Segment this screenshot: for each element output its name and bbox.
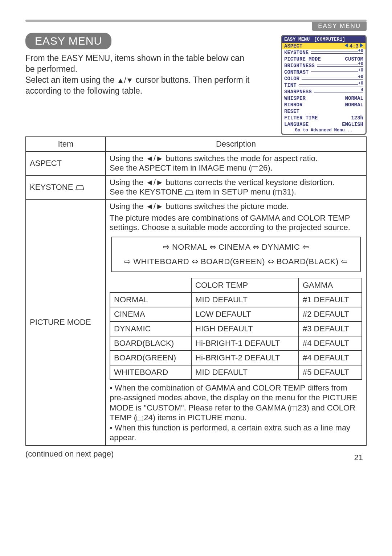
- inner-th: [110, 278, 191, 293]
- osd-row: WHISPERNORMAL: [282, 95, 366, 102]
- inner-td: MID DEFAULT: [191, 293, 299, 307]
- osd-header: EASY MENU [COMPUTER1]: [282, 36, 366, 43]
- osd-row: COLOR+0: [282, 75, 366, 82]
- inner-th: GAMMA: [299, 278, 362, 293]
- inner-td: #2 DEFAULT: [299, 307, 362, 322]
- th-item: Item: [26, 137, 106, 151]
- keystone-icon: [185, 189, 193, 195]
- inner-td: BOARD(BLACK): [110, 336, 191, 351]
- page-number: 21: [354, 453, 363, 462]
- cycle-line1: ⇨ NORMAL ⇔ CINEMA ⇔ DYNAMIC ⇦: [115, 242, 357, 252]
- osd-label: ASPECT: [284, 43, 302, 49]
- inner-td: Hi-BRIGHT-1 DEFAULT: [191, 336, 299, 351]
- osd-row: PICTURE MODECUSTOM: [282, 56, 366, 62]
- osd-label: WHISPER: [284, 95, 306, 101]
- inner-td: #3 DEFAULT: [299, 322, 362, 336]
- osd-value: 123h: [318, 115, 363, 121]
- osd-header-right: [COMPUTER1]: [312, 36, 347, 43]
- osd-preview: EASY MENU [COMPUTER1] ASPECT4:3KEYSTONE+…: [281, 35, 367, 135]
- row-picture-desc: Using the ◄/► buttons switches the pictu…: [106, 199, 366, 445]
- header-tab: EASY MENU: [312, 22, 367, 31]
- intro-line2a: Select an item using the: [25, 75, 117, 85]
- picture-note1: • When the combination of GAMMA and COLO…: [110, 383, 362, 423]
- osd-row: KEYSTONE+0: [282, 49, 366, 56]
- osd-slider: +0: [317, 65, 363, 67]
- picture-p2: The picture modes are combinations of GA…: [110, 213, 362, 232]
- osd-row: SHARPNESS4: [282, 89, 366, 95]
- th-desc: Description: [106, 137, 366, 151]
- osd-header-left: EASY MENU: [282, 36, 312, 43]
- osd-label: CONTRAST: [284, 69, 309, 75]
- up-down-icon: ▲/▼: [117, 76, 133, 84]
- osd-label: RESET: [284, 109, 299, 114]
- inner-td: WHITEBOARD: [110, 365, 191, 380]
- osd-value: ENGLISH: [309, 122, 363, 127]
- inner-td: #4 DEFAULT: [299, 336, 362, 351]
- inner-table: COLOR TEMPGAMMANORMALMID DEFAULT#1 DEFAU…: [110, 278, 362, 380]
- osd-row: BRIGHTNESS+0: [282, 62, 366, 69]
- continued: (continued on next page): [25, 449, 367, 459]
- cycle-line2: ⇨ WHITEBOARD ⇔ BOARD(GREEN) ⇔ BOARD(BLAC…: [115, 257, 357, 266]
- inner-td: #4 DEFAULT: [299, 351, 362, 365]
- intro-line1: From the EASY MENU, items shown in the t…: [25, 53, 244, 74]
- osd-label: SHARPNESS: [284, 89, 312, 95]
- osd-value: 4:3: [302, 43, 363, 49]
- osd-row: TINT+0: [282, 82, 366, 89]
- book-icon: [136, 416, 143, 421]
- osd-row: FILTER TIME123h: [282, 115, 366, 121]
- osd-row: CONTRAST+0: [282, 69, 366, 75]
- osd-slider: +0: [311, 52, 363, 54]
- intro-text: From the EASY MENU, items shown in the t…: [25, 53, 250, 97]
- osd-slider: +0: [299, 84, 363, 86]
- osd-row: LANGUAGEENGLISH: [282, 121, 366, 128]
- inner-td: LOW DEFAULT: [191, 307, 299, 322]
- main-table: Item Description ASPECT Using the ◄/► bu…: [25, 136, 367, 446]
- osd-goto: Go to Advanced Menu...: [282, 128, 366, 134]
- picture-p1: Using the ◄/► buttons switches the pictu…: [110, 202, 362, 211]
- osd-value: NORMAL: [306, 95, 363, 101]
- inner-td: CINEMA: [110, 307, 191, 322]
- osd-label: PICTURE MODE: [284, 56, 321, 62]
- picture-note2: • When this function is performed, a cer…: [110, 423, 362, 443]
- book-icon: [290, 406, 297, 411]
- osd-value: NORMAL: [302, 102, 363, 108]
- keystone-icon: [75, 185, 84, 191]
- row-picture-item: PICTURE MODE: [26, 199, 106, 445]
- inner-td: MID DEFAULT: [191, 365, 299, 380]
- keystone-label: KEYSTONE: [30, 183, 75, 192]
- osd-label: LANGUAGE: [284, 122, 309, 127]
- aspect-d2a: See the ASPECT item in IMAGE menu (: [110, 163, 252, 172]
- aspect-d1: Using the ◄/► buttons switches the mode …: [110, 154, 318, 163]
- keystone-d1: Using the ◄/► buttons corrects the verti…: [110, 178, 335, 187]
- inner-td: NORMAL: [110, 293, 191, 307]
- osd-row: ASPECT4:3: [282, 43, 366, 49]
- osd-row: RESET: [282, 108, 366, 115]
- osd-label: TINT: [284, 82, 297, 88]
- inner-td: Hi-BRIGHT-2 DEFAULT: [191, 351, 299, 365]
- osd-slider: +0: [311, 71, 363, 73]
- row-keystone-desc: Using the ◄/► buttons corrects the verti…: [106, 175, 366, 199]
- inner-td: BOARD(GREEN): [110, 351, 191, 365]
- svg-marker-0: [76, 185, 84, 190]
- section-title: EASY MENU: [25, 33, 111, 49]
- osd-label: MIRROR: [284, 102, 302, 108]
- osd-value: CUSTOM: [321, 56, 363, 62]
- osd-row: MIRRORNORMAL: [282, 102, 366, 108]
- keystone-d2c: 31).: [282, 187, 296, 196]
- keystone-d2b: item in SETUP menu (: [193, 187, 275, 196]
- keystone-d2a: See the KEYSTONE: [110, 187, 185, 196]
- book-icon: [275, 190, 282, 195]
- row-aspect-item: ASPECT: [26, 151, 106, 175]
- book-icon: [252, 166, 258, 171]
- inner-td: DYNAMIC: [110, 322, 191, 336]
- inner-td: HIGH DEFAULT: [191, 322, 299, 336]
- inner-td: #5 DEFAULT: [299, 365, 362, 380]
- inner-td: #1 DEFAULT: [299, 293, 362, 307]
- osd-slider: +0: [302, 78, 363, 80]
- osd-label: COLOR: [284, 76, 299, 82]
- svg-marker-1: [185, 190, 193, 195]
- row-aspect-desc: Using the ◄/► buttons switches the mode …: [106, 151, 366, 175]
- osd-label: BRIGHTNESS: [284, 63, 315, 69]
- row-keystone-item: KEYSTONE: [26, 175, 106, 199]
- aspect-d2b: 26).: [259, 163, 273, 172]
